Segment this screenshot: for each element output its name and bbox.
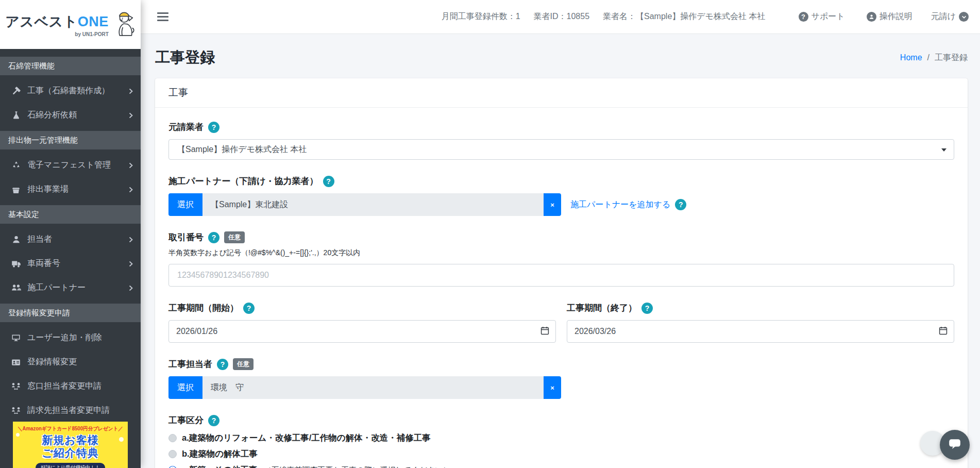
flask-icon [10,111,22,120]
partner-select-button[interactable]: 選択 [168,193,202,216]
partner-selected-value: 【Sample】東北建設 [202,193,544,216]
radio-unselected-icon[interactable] [168,450,177,458]
guide-link[interactable]: 操作説明 [867,11,913,22]
chat-bubble-icon [948,437,961,453]
breadcrumb-home-link[interactable]: Home [900,53,922,62]
breadcrumb-current: 工事登録 [935,53,968,63]
manager-field: 工事担当者 任意 選択 環境 守 × [168,358,954,399]
partner-clear-button[interactable]: × [544,193,561,216]
category-option-c[interactable]: c.新築・その他工事 （石綿事前調査不要な工事の際に選択してください） [168,464,954,468]
role-dropdown[interactable]: 元請け [931,11,969,22]
user-circle-icon [867,12,876,22]
referral-ad-banner[interactable]: ＼Amazonギフトカード8500円分プレゼント／ 新規お客様 ご紹介特典 好評… [13,422,128,468]
desktop-icon [10,333,22,343]
people-arrows-icon [10,382,22,391]
category-option-a[interactable]: a.建築物のリフォーム・改修工事/工作物の解体・改造・補修工事 [168,432,954,444]
sidebar-item-discharge-site[interactable]: 排出事業場 [0,177,141,202]
chevron-right-icon [128,162,133,169]
period-end-label: 工事期間（終了） [567,302,637,314]
app-window: アスベストONE by UN1-PORT [0,0,980,468]
dog-mascot-icon [113,10,136,40]
logo-subtitle: by UN1-PORT [75,31,109,37]
main-area: 月間工事登録件数：1 業者ID：10855 業者名：【Sample】操作デモ株式… [141,0,980,468]
radio-selected-icon[interactable] [168,466,177,468]
manager-clear-button[interactable]: × [544,376,561,399]
banner-title-line1: 新規お客様 [13,434,128,447]
sidebar-item-user-add-remove[interactable]: ユーザー追加・削除 [0,326,141,350]
banner-title-line2: ご紹介特典 [13,447,128,460]
help-icon[interactable] [208,122,219,133]
sidebar-item-registration-change[interactable]: 登録情報変更 [0,350,141,374]
recycle-icon [10,161,22,170]
optional-badge: 任意 [233,358,254,370]
menu-section-settings: 基本設定 [0,205,141,224]
period-start-input[interactable]: 2026/01/26 [168,320,556,343]
id-card-icon [10,358,22,367]
trade-number-input[interactable] [168,264,954,287]
menu-section-asbestos: 石綿管理機能 [0,57,141,75]
period-start-field: 工事期間（開始） 2026/01/26 [168,302,556,343]
help-icon[interactable] [675,199,686,210]
help-icon[interactable] [243,303,255,314]
monthly-registration-count: 月間工事登録件数：1 [442,11,520,22]
sidebar-menu: 石綿管理機能 工事（石綿書類作成） 石綿分析依頼 排出物一元管理機能 [0,49,141,423]
sidebar-item-staff[interactable]: 担当者 [0,227,141,252]
support-link[interactable]: サポート [799,11,845,22]
dumpster-icon [10,185,22,194]
category-option-b[interactable]: b.建築物の解体工事 [168,448,954,460]
menu-section-waste: 排出物一元管理機能 [0,131,141,149]
construction-form-card: 工事 元請業者 【Sample】操作デモ株式会社 本社 [155,78,968,468]
sidebar-item-manifest[interactable]: 電子マニフェスト管理 [0,153,141,177]
truck-icon [10,259,22,269]
sidebar-item-label: 窓口担当者変更申請 [27,381,102,392]
vendor-name: 業者名：【Sample】操作デモ株式会社 本社 [603,11,765,22]
manager-select-button[interactable]: 選択 [168,376,202,399]
prime-contractor-select[interactable]: 【Sample】操作デモ株式会社 本社 [168,139,954,160]
menu-section-change-request: 登録情報変更申請 [0,304,141,322]
help-icon[interactable] [217,359,228,370]
radio-unselected-icon[interactable] [168,434,177,442]
sidebar-item-label: 担当者 [27,234,52,245]
sidebar: アスベストONE by UN1-PORT [0,0,141,468]
trade-number-hint: 半角英数字および記号（!@#$%^&()_+-=[]{};'.,）20文字以内 [168,248,954,258]
calendar-icon [540,326,549,337]
add-partner-link[interactable]: 施工パートナーを追加する [570,199,670,210]
sidebar-item-vehicle[interactable]: 車両番号 [0,252,141,276]
question-circle-icon [799,12,808,22]
sidebar-item-billing-contact-change[interactable]: 請求先担当者変更申請 [0,398,141,423]
people-arrows-icon [10,406,22,415]
chevron-right-icon [128,187,133,193]
hammer-icon [10,87,22,96]
period-end-input[interactable]: 2026/03/26 [567,320,954,343]
sidebar-item-window-contact-change[interactable]: 窓口担当者変更申請 [0,374,141,398]
sidebar-item-label: 車両番号 [27,258,60,269]
topbar-stats: 月間工事登録件数：1 業者ID：10855 業者名：【Sample】操作デモ株式… [442,11,766,22]
category-label: 工事区分 [168,414,204,426]
sidebar-item-koji[interactable]: 工事（石綿書類作成） [0,79,141,103]
sidebar-item-label: 石綿分析依頼 [27,110,77,121]
sidebar-item-label: 電子マニフェスト管理 [27,160,111,171]
sidebar-item-label: 登録情報変更 [27,357,77,367]
period-end-field: 工事期間（終了） 2026/03/26 [567,302,954,343]
banner-subtext: 好評により受付継続中！！ [36,463,105,468]
chevron-right-icon [128,112,133,119]
logo-wordmark: アスベストONE [5,12,109,31]
app-logo[interactable]: アスベストONE by UN1-PORT [0,0,141,49]
user-icon [10,235,22,244]
chat-button[interactable] [940,430,970,460]
hamburger-menu-button[interactable] [155,9,171,24]
help-icon[interactable] [323,176,334,187]
help-icon[interactable] [208,415,219,426]
sidebar-item-label: 施工パートナー [27,282,86,293]
sidebar-item-partner[interactable]: 施工パートナー [0,276,141,300]
sidebar-item-label: 請求先担当者変更申請 [27,405,110,416]
chevron-right-icon [128,261,133,267]
help-icon[interactable] [641,303,653,314]
topbar: 月間工事登録件数：1 業者ID：10855 業者名：【Sample】操作デモ株式… [141,0,980,34]
help-icon[interactable] [208,232,219,243]
optional-badge: 任意 [224,231,245,243]
sidebar-item-analysis[interactable]: 石綿分析依頼 [0,103,141,127]
period-start-label: 工事期間（開始） [168,302,239,314]
manager-label: 工事担当者 [168,358,212,370]
chevron-right-icon [128,237,133,243]
